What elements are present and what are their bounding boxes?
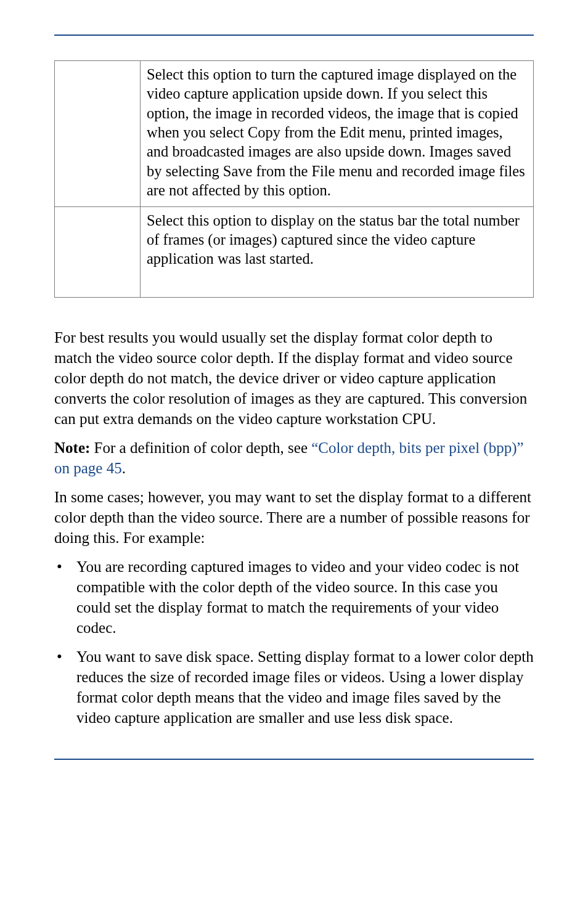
- list-item-text: You want to save disk space. Setting dis…: [76, 648, 534, 726]
- table-row: Select this option to turn the captured …: [55, 61, 534, 207]
- bullet-icon: •: [57, 646, 62, 667]
- paragraph: For best results you would usually set t…: [54, 327, 534, 429]
- page: Select this option to turn the captured …: [0, 0, 588, 909]
- paragraph: In some cases; however, you may want to …: [54, 487, 534, 548]
- header-rule: [54, 35, 534, 36]
- note-paragraph: Note: For a definition of color depth, s…: [54, 438, 534, 478]
- option-name-cell: [55, 206, 141, 297]
- footer-rule: [54, 759, 534, 760]
- option-desc-cell: Select this option to display on the sta…: [141, 206, 534, 297]
- note-label: Note:: [54, 439, 90, 456]
- note-suffix: .: [122, 460, 126, 476]
- bullet-icon: •: [57, 556, 62, 577]
- bullet-list: • You are recording captured images to v…: [54, 556, 534, 728]
- table-row: Select this option to display on the sta…: [55, 206, 534, 297]
- list-item: • You want to save disk space. Setting d…: [54, 646, 534, 728]
- options-table: Select this option to turn the captured …: [54, 60, 534, 298]
- list-item: • You are recording captured images to v…: [54, 556, 534, 638]
- note-text: For a definition of color depth, see: [90, 439, 311, 456]
- option-desc-cell: Select this option to turn the captured …: [141, 61, 534, 207]
- body-text: For best results you would usually set t…: [54, 327, 534, 728]
- option-name-cell: [55, 61, 141, 207]
- list-item-text: You are recording captured images to vid…: [76, 558, 519, 636]
